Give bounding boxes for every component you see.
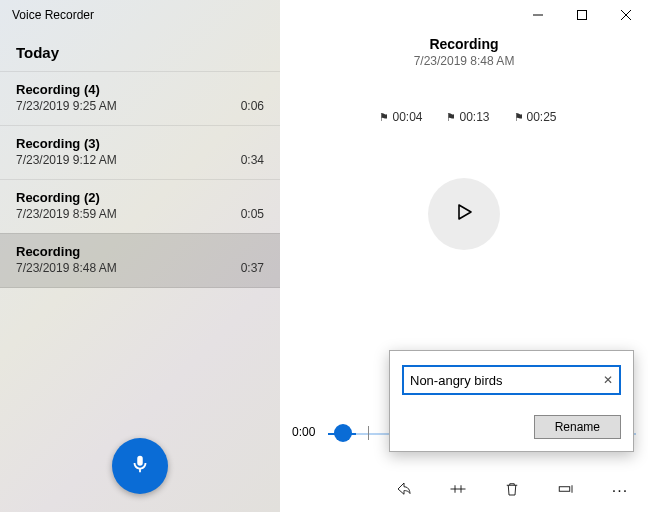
delete-button[interactable]: [498, 477, 526, 505]
svg-rect-1: [578, 11, 587, 20]
marker[interactable]: ⚑00:13: [438, 110, 489, 124]
list-item[interactable]: Recording 7/23/2019 8:48 AM0:37: [0, 233, 280, 288]
clear-input-icon[interactable]: ✕: [603, 373, 613, 387]
list-item-duration: 0:37: [241, 261, 264, 275]
markers-row: ⚑00:04⚑00:13⚑00:25: [280, 110, 648, 124]
play-button[interactable]: [428, 178, 500, 250]
list-item-datetime: 7/23/2019 9:12 AM: [16, 153, 117, 167]
list-item-datetime: 7/23/2019 9:25 AM: [16, 99, 117, 113]
list-item-title: Recording: [16, 244, 264, 259]
marker-tick: [368, 426, 369, 440]
microphone-icon: [129, 453, 151, 479]
more-icon: ···: [612, 482, 628, 500]
rename-toolbar-button[interactable]: [552, 477, 580, 505]
recording-datetime: 7/23/2019 8:48 AM: [280, 54, 648, 68]
trim-button[interactable]: [444, 477, 472, 505]
sidebar: Voice Recorder Today Recording (4) 7/23/…: [0, 0, 280, 512]
list-item-duration: 0:34: [241, 153, 264, 167]
main-pane: Recording 7/23/2019 8:48 AM ⚑00:04⚑00:13…: [280, 0, 648, 512]
rename-icon: [557, 480, 575, 502]
rename-button[interactable]: Rename: [534, 415, 621, 439]
recording-title: Recording: [280, 36, 648, 52]
current-time-label: 0:00: [292, 425, 315, 439]
close-button[interactable]: [604, 0, 648, 30]
trash-icon: [503, 480, 521, 502]
list-item-title: Recording (4): [16, 82, 264, 97]
app-title: Voice Recorder: [0, 0, 280, 26]
section-header-today: Today: [0, 26, 280, 71]
rename-popup: ✕ Rename: [389, 350, 634, 452]
svg-rect-7: [559, 487, 570, 492]
trim-icon: [449, 480, 467, 502]
bottom-toolbar: ···: [280, 470, 648, 512]
flag-icon: ⚑: [446, 111, 456, 123]
record-button[interactable]: [112, 438, 168, 494]
list-item[interactable]: Recording (4) 7/23/2019 9:25 AM0:06: [0, 71, 280, 125]
recording-header: Recording 7/23/2019 8:48 AM: [280, 36, 648, 68]
list-item[interactable]: Recording (2) 7/23/2019 8:59 AM0:05: [0, 179, 280, 233]
marker[interactable]: ⚑00:04: [371, 110, 422, 124]
list-item[interactable]: Recording (3) 7/23/2019 9:12 AM0:34: [0, 125, 280, 179]
window-titlebar: [280, 0, 648, 30]
play-icon: [452, 200, 476, 228]
rename-input[interactable]: [410, 373, 593, 388]
maximize-button[interactable]: [560, 0, 604, 30]
list-item-datetime: 7/23/2019 8:59 AM: [16, 207, 117, 221]
list-item-duration: 0:06: [241, 99, 264, 113]
minimize-button[interactable]: [516, 0, 560, 30]
scrubber-thumb[interactable]: [334, 424, 352, 442]
flag-icon: ⚑: [514, 111, 524, 123]
rename-input-wrap: ✕: [402, 365, 621, 395]
marker[interactable]: ⚑00:25: [506, 110, 557, 124]
list-item-duration: 0:05: [241, 207, 264, 221]
list-item-title: Recording (2): [16, 190, 264, 205]
more-button[interactable]: ···: [606, 477, 634, 505]
flag-icon: ⚑: [379, 111, 389, 123]
share-icon: [395, 480, 413, 502]
share-button[interactable]: [390, 477, 418, 505]
list-item-title: Recording (3): [16, 136, 264, 151]
list-item-datetime: 7/23/2019 8:48 AM: [16, 261, 117, 275]
